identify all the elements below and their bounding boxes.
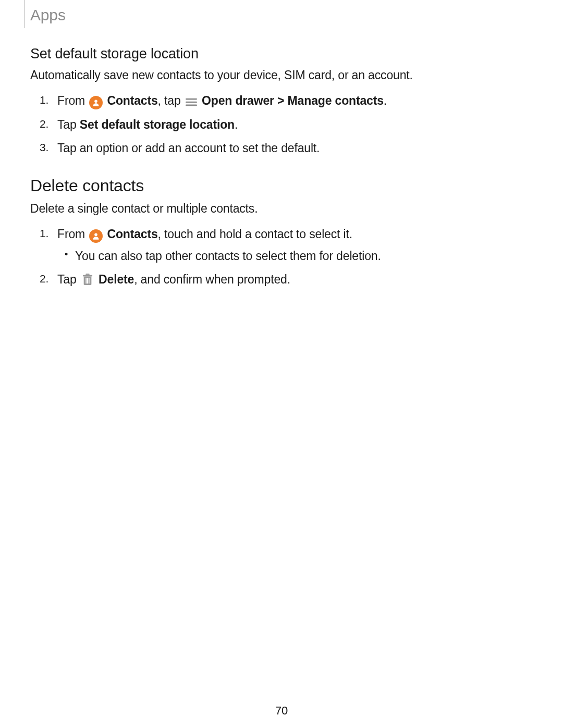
svg-point-4 <box>94 233 97 237</box>
steps-delete: From Contacts, touch and hold a contact … <box>30 226 533 288</box>
text-tap: , tap <box>158 94 184 107</box>
text-from: From <box>57 94 88 107</box>
text-sep: > <box>274 94 288 107</box>
label-contacts: Contacts <box>107 227 157 241</box>
steps-storage: From Contacts, tap Open drawer > Manage … <box>30 93 533 156</box>
step-storage-1: From Contacts, tap Open drawer > Manage … <box>55 93 533 109</box>
text-rest1: , touch and hold a contact to select it. <box>158 227 352 241</box>
label-open-drawer: Open drawer <box>202 94 274 107</box>
svg-rect-3 <box>186 105 197 106</box>
substeps-delete-1: You can also tap other contacts to selec… <box>57 248 533 264</box>
delete-icon <box>81 273 94 287</box>
svg-rect-10 <box>89 278 90 284</box>
contacts-icon <box>89 96 103 109</box>
open-drawer-icon <box>185 96 198 108</box>
svg-rect-6 <box>83 275 92 277</box>
manual-page: Apps Set default storage location Automa… <box>0 0 563 728</box>
page-header-title: Apps <box>30 6 66 24</box>
text-period2: . <box>235 118 238 131</box>
section-heading-delete: Delete contacts <box>30 176 533 195</box>
step-storage-3: Tap an option or add an account to set t… <box>55 140 533 156</box>
svg-rect-1 <box>186 98 197 100</box>
header-divider <box>24 0 25 28</box>
text-tap2: Tap <box>57 118 80 131</box>
svg-rect-9 <box>87 278 88 284</box>
text-period: . <box>384 94 387 107</box>
step-storage-2: Tap Set default storage location. <box>55 117 533 133</box>
label-set-default-storage: Set default storage location <box>80 118 235 131</box>
page-number: 70 <box>0 704 563 718</box>
label-manage-contacts: Manage contacts <box>288 94 384 107</box>
contacts-icon <box>89 229 103 243</box>
svg-rect-2 <box>186 102 197 103</box>
label-delete: Delete <box>99 273 134 286</box>
section-intro-storage: Automatically save new contacts to your … <box>30 67 533 83</box>
svg-rect-7 <box>85 274 89 275</box>
section-heading-storage: Set default storage location <box>30 46 533 62</box>
section-intro-delete: Delete a single contact or multiple cont… <box>30 201 533 217</box>
text-rest2: , and confirm when prompted. <box>134 273 290 286</box>
step-delete-1: From Contacts, touch and hold a contact … <box>55 226 533 264</box>
text-from2: From <box>57 227 88 241</box>
substep-delete-1a: You can also tap other contacts to selec… <box>75 248 533 264</box>
text-tap3: Tap <box>57 273 80 286</box>
page-content: Set default storage location Automatical… <box>30 46 533 295</box>
label-contacts: Contacts <box>107 94 157 107</box>
svg-point-0 <box>94 100 97 103</box>
svg-rect-8 <box>85 278 87 284</box>
step-delete-2: Tap Delete, and confirm when prompted. <box>55 272 533 288</box>
